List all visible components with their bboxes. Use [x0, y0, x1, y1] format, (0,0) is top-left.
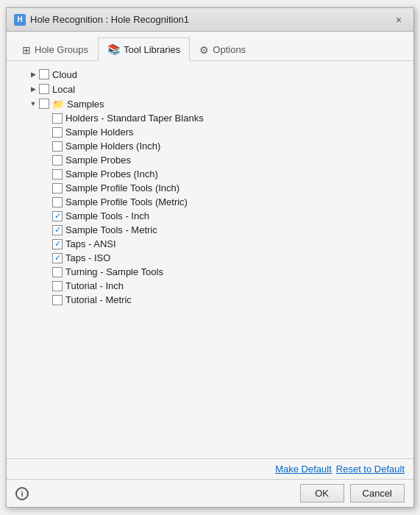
label-samples: Samples: [67, 99, 104, 110]
make-default-button[interactable]: Make Default: [275, 464, 332, 475]
checkbox-sample-holders[interactable]: [52, 127, 63, 138]
checkbox-tutorial-inch[interactable]: [52, 281, 63, 291]
checkbox-local[interactable]: [39, 84, 49, 94]
checkbox-sample-profile-tools-inch[interactable]: [52, 183, 63, 193]
checkbox-sample-holders-inch[interactable]: [52, 141, 63, 152]
tab-tool-libraries[interactable]: 📚 Tool Libraries: [98, 38, 190, 61]
label-sample-holders-inch: Sample Holders (Inch): [65, 141, 160, 152]
label-taps-ansi: Taps - ANSI: [65, 238, 116, 249]
checkbox-samples[interactable]: [39, 99, 49, 109]
label-sample-holders: Sample Holders: [65, 127, 134, 138]
bottom-bar: Make Default Reset to Default: [7, 458, 413, 479]
tab-tool-libraries-label: Tool Libraries: [124, 44, 180, 55]
label-cloud: Cloud: [52, 69, 77, 80]
checkbox-turning-sample[interactable]: [52, 267, 63, 277]
title-bar: H Hole Recognition : Hole Recognition1 ×: [7, 8, 413, 32]
tree-item-sample-probes-inch[interactable]: Sample Probes (Inch): [15, 167, 405, 181]
tree-item-tutorial-inch[interactable]: Tutorial - Inch: [15, 279, 405, 293]
label-local: Local: [52, 84, 75, 95]
tree-item-sample-probes[interactable]: Sample Probes: [15, 153, 405, 167]
tree-item-sample-holders-inch[interactable]: Sample Holders (Inch): [15, 139, 405, 153]
tree-item-taps-ansi[interactable]: Taps - ANSI: [15, 237, 405, 251]
reset-default-button[interactable]: Reset to Default: [336, 464, 405, 475]
title-bar-left: H Hole Recognition : Hole Recognition1: [14, 14, 189, 26]
tree-item-taps-iso[interactable]: Taps - ISO: [15, 251, 405, 265]
options-icon: ⚙: [199, 44, 209, 56]
tree-item-tutorial-metric[interactable]: Tutorial - Metric: [15, 293, 405, 307]
hole-groups-icon: ⊞: [22, 44, 31, 56]
tool-libraries-icon: 📚: [107, 43, 120, 55]
checkbox-taps-ansi[interactable]: [52, 239, 63, 249]
tab-hole-groups[interactable]: ⊞ Hole Groups: [13, 38, 98, 61]
label-holders-std: Holders - Standard Taper Blanks: [65, 113, 204, 124]
expander-cloud[interactable]: ▶: [27, 68, 39, 80]
tree-item-sample-profile-tools-metric[interactable]: Sample Profile Tools (Metric): [15, 195, 405, 209]
tab-options-label: Options: [213, 44, 246, 55]
tree-item-sample-tools-inch[interactable]: Sample Tools - Inch: [15, 209, 405, 223]
checkbox-tutorial-metric[interactable]: [52, 295, 63, 305]
cancel-button[interactable]: Cancel: [350, 484, 405, 502]
label-taps-iso: Taps - ISO: [65, 252, 110, 263]
checkbox-sample-tools-metric[interactable]: [52, 225, 63, 235]
info-icon: i: [15, 487, 29, 500]
checkbox-sample-probes[interactable]: [52, 155, 63, 166]
dialog: H Hole Recognition : Hole Recognition1 ×…: [6, 7, 414, 508]
label-sample-profile-tools-metric: Sample Profile Tools (Metric): [65, 196, 188, 207]
tree-item-holders-std[interactable]: Holders - Standard Taper Blanks: [15, 111, 405, 125]
checkbox-cloud[interactable]: [39, 69, 49, 79]
ok-button[interactable]: OK: [300, 484, 344, 502]
tree-item-turning-sample[interactable]: Turning - Sample Tools: [15, 265, 405, 279]
expander-samples[interactable]: ▼: [27, 98, 39, 110]
footer-bar: i OK Cancel: [7, 479, 413, 507]
tree-item-local[interactable]: ▶ Local: [15, 82, 405, 96]
dialog-title: Hole Recognition : Hole Recognition1: [30, 14, 189, 25]
tab-options[interactable]: ⚙ Options: [190, 38, 255, 61]
label-sample-profile-tools-inch: Sample Profile Tools (Inch): [65, 182, 179, 193]
label-tutorial-inch: Tutorial - Inch: [65, 280, 124, 291]
tab-bar: ⊞ Hole Groups 📚 Tool Libraries ⚙ Options: [7, 32, 413, 61]
tree-item-sample-profile-tools-inch[interactable]: Sample Profile Tools (Inch): [15, 181, 405, 195]
tree-item-samples[interactable]: ▼ 📁 Samples: [15, 96, 405, 111]
checkbox-sample-probes-inch[interactable]: [52, 169, 63, 180]
label-sample-probes-inch: Sample Probes (Inch): [65, 168, 158, 180]
content-area: ▶ Cloud ▶ Local ▼ 📁 Samples Holders - St…: [7, 61, 413, 458]
expander-local[interactable]: ▶: [27, 83, 39, 95]
tree-item-cloud[interactable]: ▶ Cloud: [15, 67, 405, 82]
folder-icon-samples: 📁: [52, 99, 64, 110]
checkbox-holders-std[interactable]: [52, 113, 63, 124]
tree-item-sample-tools-metric[interactable]: Sample Tools - Metric: [15, 223, 405, 237]
footer-buttons: OK Cancel: [300, 484, 405, 502]
label-sample-tools-inch: Sample Tools - Inch: [65, 210, 149, 221]
checkbox-taps-iso[interactable]: [52, 253, 63, 263]
label-sample-tools-metric: Sample Tools - Metric: [65, 224, 157, 235]
label-tutorial-metric: Tutorial - Metric: [65, 294, 132, 305]
label-turning-sample: Turning - Sample Tools: [65, 266, 163, 277]
close-button[interactable]: ×: [391, 13, 406, 27]
tab-hole-groups-label: Hole Groups: [35, 44, 88, 55]
dialog-icon: H: [14, 14, 26, 26]
checkbox-sample-profile-tools-metric[interactable]: [52, 197, 63, 207]
checkbox-sample-tools-inch[interactable]: [52, 211, 63, 221]
label-sample-probes: Sample Probes: [65, 154, 131, 166]
tree-item-sample-holders[interactable]: Sample Holders: [15, 125, 405, 139]
